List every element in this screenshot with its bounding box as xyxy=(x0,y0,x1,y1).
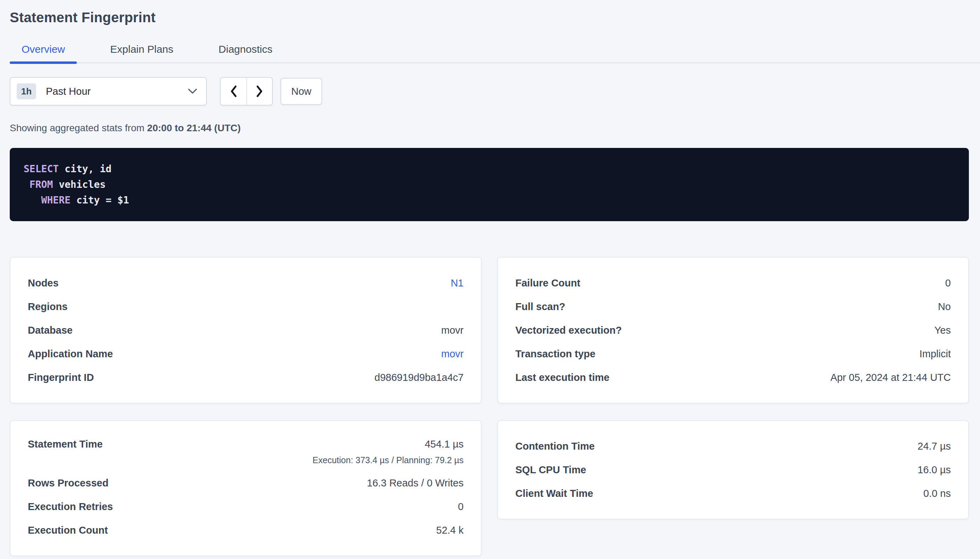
page-title: Statement Fingerprint xyxy=(10,9,970,26)
tab-overview[interactable]: Overview xyxy=(10,43,77,63)
row-value: 0.0 ns xyxy=(924,486,951,500)
detail-row-sql-cpu-time: SQL CPU Time 16.0 µs xyxy=(516,458,951,481)
tab-explain-plans-label: Explain Plans xyxy=(110,43,173,55)
aggregation-time-range: 20:00 to 21:44 (UTC) xyxy=(147,122,240,133)
time-interval-badge: 1h xyxy=(17,83,36,99)
aggregation-note-prefix: Showing aggregated stats from xyxy=(10,122,147,133)
row-label: Client Wait Time xyxy=(516,486,593,500)
sql-keyword: SELECT xyxy=(24,163,59,175)
time-range-label: Past Hour xyxy=(46,86,188,97)
sql-statement-box: SELECT city, id FROM vehicles WHERE city… xyxy=(10,148,969,221)
chevron-left-icon xyxy=(229,85,238,98)
row-label: Application Name xyxy=(28,347,113,361)
row-value: 0 xyxy=(945,276,951,290)
next-interval-button[interactable] xyxy=(246,78,272,105)
statement-performance-card: Statement Time 454.1 µs Execution: 373.4… xyxy=(10,420,482,556)
nodes-link[interactable]: N1 xyxy=(451,276,464,290)
row-value: 24.7 µs xyxy=(917,439,951,453)
detail-row-fingerprint-id: Fingerprint ID d986919d9ba1a4c7 xyxy=(28,366,464,389)
tab-diagnostics-label: Diagnostics xyxy=(219,43,272,55)
row-label: SQL CPU Time xyxy=(516,463,586,477)
aggregation-note: Showing aggregated stats from 20:00 to 2… xyxy=(10,122,970,134)
tab-diagnostics[interactable]: Diagnostics xyxy=(207,43,284,63)
row-value: movr xyxy=(441,323,464,337)
row-label: Last execution time xyxy=(516,370,610,384)
application-name-link[interactable]: movr xyxy=(441,347,464,361)
row-label: Failure Count xyxy=(516,276,580,290)
statement-time-values: 454.1 µs Execution: 373.4 µs / Planning:… xyxy=(312,434,464,466)
row-label: Execution Retries xyxy=(28,499,113,514)
detail-row-contention-time: Contention Time 24.7 µs xyxy=(516,434,951,458)
chevron-down-icon xyxy=(188,89,197,94)
row-label: Vectorized execution? xyxy=(516,323,622,337)
row-value: Apr 05, 2024 at 21:44 UTC xyxy=(830,370,951,384)
row-label: Fingerprint ID xyxy=(28,370,94,384)
detail-row-rows-processed: Rows Processed 16.3 Reads / 0 Writes xyxy=(28,471,464,495)
chevron-right-icon xyxy=(255,85,264,98)
now-button[interactable]: Now xyxy=(280,78,322,105)
time-step-buttons xyxy=(220,77,273,106)
time-controls: 1h Past Hour Now xyxy=(10,77,970,106)
sql-keyword: WHERE xyxy=(41,194,71,206)
statement-details-card: Nodes N1 Regions Database movr Applicati… xyxy=(10,257,482,404)
row-label: Regions xyxy=(28,299,67,314)
active-tab-indicator xyxy=(10,61,77,64)
detail-row-statement-time: Statement Time 454.1 µs Execution: 373.4… xyxy=(28,434,464,471)
detail-row-nodes: Nodes N1 xyxy=(28,271,464,295)
detail-row-execution-retries: Execution Retries 0 xyxy=(28,495,464,518)
detail-row-database: Database movr xyxy=(28,318,464,342)
detail-row-last-execution-time: Last execution time Apr 05, 2024 at 21:4… xyxy=(516,366,951,389)
row-subvalue: Execution: 373.4 µs / Planning: 79.2 µs xyxy=(312,454,464,466)
row-value: 0 xyxy=(458,499,464,514)
row-label: Database xyxy=(28,323,73,337)
sql-indent xyxy=(24,194,41,206)
tab-overview-label: Overview xyxy=(22,43,65,55)
sql-indent xyxy=(24,179,30,190)
previous-interval-button[interactable] xyxy=(221,78,246,105)
row-value: 454.1 µs xyxy=(312,434,464,454)
time-range-dropdown[interactable]: 1h Past Hour xyxy=(10,77,207,106)
sql-keyword: FROM xyxy=(30,179,53,190)
detail-row-regions: Regions xyxy=(28,295,464,318)
row-value: Implicit xyxy=(920,347,951,361)
detail-row-client-wait-time: Client Wait Time 0.0 ns xyxy=(516,481,951,505)
sql-text: city = $1 xyxy=(71,194,129,206)
row-value: No xyxy=(938,299,951,314)
row-value: d986919d9ba1a4c7 xyxy=(375,370,464,384)
row-label: Rows Processed xyxy=(28,476,108,490)
wait-times-card: Contention Time 24.7 µs SQL CPU Time 16.… xyxy=(497,420,969,519)
sql-statement-text: SELECT city, id FROM vehicles WHERE city… xyxy=(24,161,955,208)
summary-cards: Nodes N1 Regions Database movr Applicati… xyxy=(10,257,970,556)
row-value: Yes xyxy=(934,323,951,337)
detail-row-full-scan: Full scan? No xyxy=(516,295,951,318)
detail-row-transaction-type: Transaction type Implicit xyxy=(516,342,951,366)
statement-fingerprint-page: Statement Fingerprint Overview Explain P… xyxy=(0,0,980,556)
detail-row-application-name: Application Name movr xyxy=(28,342,464,366)
row-label: Transaction type xyxy=(516,347,595,361)
detail-row-failure-count: Failure Count 0 xyxy=(516,271,951,295)
sql-text: vehicles xyxy=(53,179,106,190)
sql-text: city, id xyxy=(59,163,111,175)
row-label: Contention Time xyxy=(516,439,595,453)
detail-row-vectorized: Vectorized execution? Yes xyxy=(516,318,951,342)
row-value: 16.0 µs xyxy=(917,463,951,477)
row-value: 52.4 k xyxy=(436,523,464,537)
tab-bar: Overview Explain Plans Diagnostics xyxy=(10,43,980,63)
row-label: Full scan? xyxy=(516,299,565,314)
row-value: 16.3 Reads / 0 Writes xyxy=(367,476,464,490)
row-label: Statement Time xyxy=(28,434,103,454)
row-label: Nodes xyxy=(28,276,59,290)
tab-explain-plans[interactable]: Explain Plans xyxy=(98,43,185,63)
row-label: Execution Count xyxy=(28,523,108,537)
execution-attributes-card: Failure Count 0 Full scan? No Vectorized… xyxy=(497,257,969,404)
detail-row-execution-count: Execution Count 52.4 k xyxy=(28,518,464,542)
